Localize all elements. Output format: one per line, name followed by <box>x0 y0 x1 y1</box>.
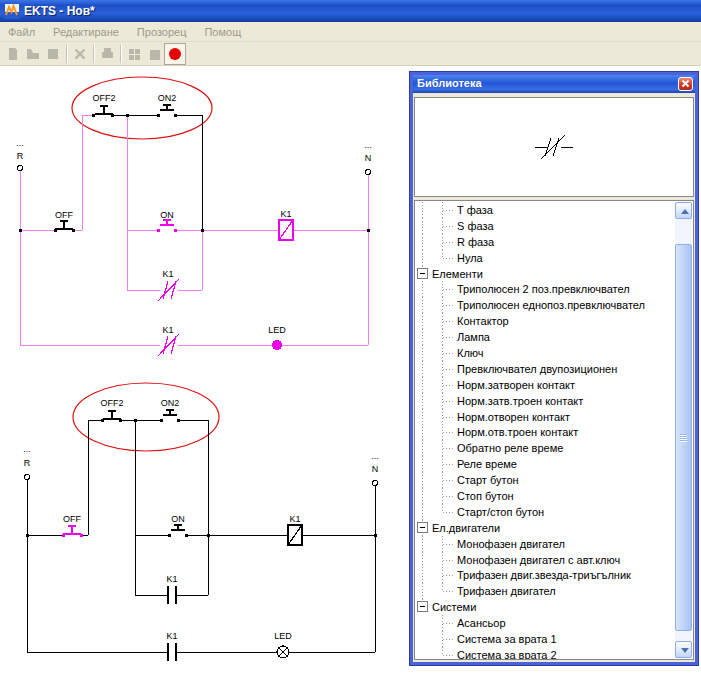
tree-item[interactable]: Стоп бутон <box>415 488 675 504</box>
tree-item[interactable]: Ключ <box>415 345 675 361</box>
inactive-wires <box>113 115 202 230</box>
tree-group[interactable]: Системи <box>415 599 675 615</box>
tree-guide-line <box>442 647 443 655</box>
library-tree: Т фазаS фазаR фазаНулаЕлементиТриполюсен… <box>415 202 675 659</box>
tree-guide-line <box>422 345 423 361</box>
menu-file[interactable]: Файл <box>8 26 35 38</box>
tree-item[interactable]: Т фаза <box>415 202 675 218</box>
led-lamp-on[interactable]: LED <box>268 325 286 350</box>
tree-item[interactable]: Асансьор <box>415 615 675 631</box>
window-title: EKTS - Нов* <box>24 4 95 18</box>
tree-item[interactable]: Реле време <box>415 456 675 472</box>
off2-stop-button[interactable]: OFF2 <box>92 93 116 117</box>
menu-bar: Файл Редактиране Прозорец Помощ <box>0 22 701 42</box>
svg-text:LED: LED <box>268 325 286 335</box>
tree-group[interactable]: Ел.двигатели <box>415 520 675 536</box>
tree-guide-stub <box>443 305 455 306</box>
k1-lamp-contact-open[interactable]: K1 <box>166 631 177 661</box>
tree-scrollbar[interactable] <box>675 202 692 658</box>
simulate-button[interactable] <box>164 43 186 65</box>
neutral-terminal-n[interactable]: ... N <box>371 451 379 486</box>
tree-guide-line <box>422 218 423 234</box>
terminal-node-icon <box>18 166 23 171</box>
tree-item-label: Т фаза <box>457 204 493 216</box>
tree-guide-stub <box>443 385 455 386</box>
tree-item-label: Обратно реле време <box>457 442 563 454</box>
tree-item-label: Елементи <box>432 268 483 280</box>
tree-guide-line <box>422 329 423 345</box>
svg-text:ON2: ON2 <box>158 93 177 103</box>
off2-stop-button[interactable]: OFF2 <box>100 398 123 422</box>
tree-item[interactable]: Контактор <box>415 313 675 329</box>
tree-item[interactable]: Триполюсен еднопоз.превключвател <box>415 297 675 313</box>
svg-text:K1: K1 <box>162 269 173 279</box>
tree-guide-line <box>422 234 423 250</box>
tree-item[interactable]: Триполюсен 2 поз.превключвател <box>415 281 675 297</box>
tree-item[interactable]: Норм.затворен контакт <box>415 377 675 393</box>
tree-item[interactable]: Лампа <box>415 329 675 345</box>
print-icon <box>99 46 115 62</box>
on2-start-button[interactable]: ON2 <box>157 93 177 117</box>
tree-item-label: Монофазен двигател с авт.ключ <box>457 554 620 566</box>
k1-latch-contact-closed[interactable]: K1 <box>158 269 179 301</box>
library-close-button[interactable] <box>678 77 693 91</box>
tree-guide-line <box>422 567 423 583</box>
tree-item[interactable]: Норм.затв.троен контакт <box>415 393 675 409</box>
tree-item[interactable]: Нула <box>415 250 675 266</box>
tree-item[interactable]: Система за врата 2 <box>415 647 675 660</box>
tree-item[interactable]: Норм.отворен контакт <box>415 409 675 425</box>
collapse-minus-icon[interactable] <box>417 601 428 612</box>
tree-item[interactable]: Монофазен двигател <box>415 536 675 552</box>
tree-guide-stub <box>443 353 455 354</box>
tree-item[interactable]: Обратно реле време <box>415 440 675 456</box>
title-bar: EKTS - Нов* <box>0 0 701 22</box>
tree-item[interactable]: Старт/стоп бутон <box>415 504 675 520</box>
k1-lamp-contact-closed[interactable]: K1 <box>158 325 179 356</box>
neutral-terminal-n[interactable]: ... N <box>364 140 372 175</box>
scroll-down-button[interactable] <box>675 641 692 658</box>
tree-guide-line <box>422 424 423 440</box>
tree-group[interactable]: Елементи <box>415 266 675 282</box>
tree-guide-stub <box>443 496 455 497</box>
tree-guide-line <box>422 281 423 297</box>
menu-window[interactable]: Прозорец <box>137 26 187 38</box>
k1-coil[interactable]: K1 <box>279 209 293 240</box>
tree-item[interactable]: Система за врата 1 <box>415 631 675 647</box>
tree-item[interactable]: Трифазен двигател <box>415 583 675 599</box>
library-panel-titlebar[interactable]: Библиотека <box>413 75 695 93</box>
phase-terminal-r[interactable]: ... R <box>16 138 24 171</box>
simulate-record-icon <box>167 46 183 62</box>
library-tree-box: Т фазаS фазаR фазаНулаЕлементиТриполюсен… <box>414 200 694 660</box>
tree-guide-line <box>422 456 423 472</box>
off-stop-button[interactable]: OFF <box>54 210 75 232</box>
collapse-minus-icon[interactable] <box>417 522 428 533</box>
tree-item-label: Старт/стоп бутон <box>457 506 544 518</box>
svg-text:K1: K1 <box>289 514 300 524</box>
tree-item[interactable]: S фаза <box>415 218 675 234</box>
on-start-button[interactable]: ON <box>157 210 177 232</box>
tree-item[interactable]: Превключвател двупозиционен <box>415 361 675 377</box>
on-start-button[interactable]: ON <box>168 514 188 537</box>
menu-edit[interactable]: Редактиране <box>53 26 119 38</box>
tree-item[interactable]: Монофазен двигател с авт.ключ <box>415 552 675 568</box>
tree-guide-stub <box>443 321 455 322</box>
k1-coil[interactable]: K1 <box>288 514 302 545</box>
led-lamp-off[interactable]: LED <box>274 631 292 658</box>
scroll-up-button[interactable] <box>675 202 692 219</box>
tree-guide-line <box>422 313 423 329</box>
tree-item[interactable]: Норм.отв.троен контакт <box>415 424 675 440</box>
tree-guide-stub <box>443 242 455 243</box>
off-stop-button-highlighted[interactable]: OFF <box>62 514 83 537</box>
tree-item-label: Система за врата 1 <box>457 633 557 645</box>
phase-terminal-r[interactable]: ... R <box>23 444 31 480</box>
k1-latch-contact-open[interactable]: K1 <box>166 574 177 604</box>
on2-start-button[interactable]: ON2 <box>160 398 180 422</box>
tree-item[interactable]: Старт бутон <box>415 472 675 488</box>
collapse-minus-icon[interactable] <box>417 268 428 279</box>
tree-item-label: Нула <box>457 252 483 264</box>
menu-help[interactable]: Помощ <box>204 26 241 38</box>
scroll-thumb[interactable] <box>675 244 692 631</box>
tree-item[interactable]: R фаза <box>415 234 675 250</box>
tree-item[interactable]: Трифазен двиг.звезда-триъгълник <box>415 567 675 583</box>
led-on-icon <box>272 340 282 350</box>
